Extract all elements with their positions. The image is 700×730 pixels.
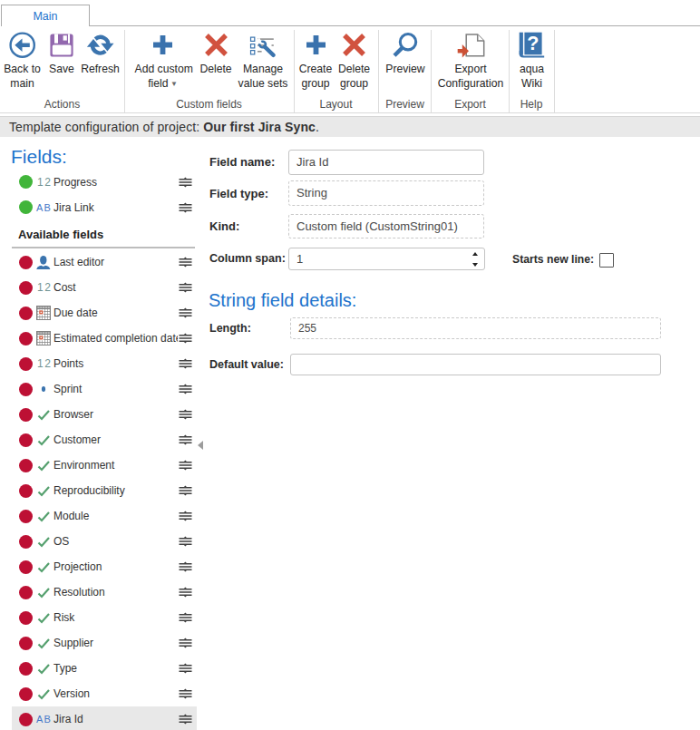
svg-text:?: ? [527,33,539,54]
